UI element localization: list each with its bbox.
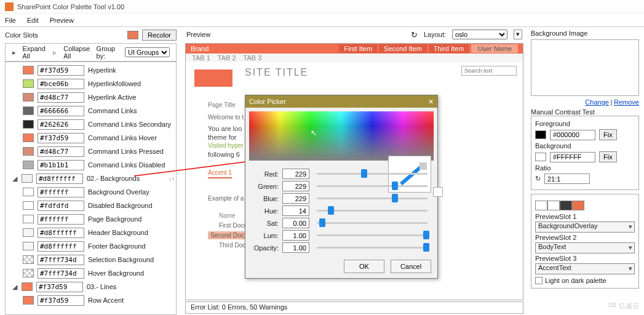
menu-preview[interactable]: Preview <box>50 17 74 24</box>
slot-swatch[interactable] <box>23 269 34 277</box>
slot-hex-input[interactable] <box>38 255 84 265</box>
slot-row[interactable]: Hyperlink <box>7 63 175 77</box>
slot-row[interactable]: Command Links Secondary <box>7 118 175 131</box>
slot-swatch[interactable] <box>23 188 34 196</box>
slot-hex-input[interactable] <box>38 214 84 225</box>
bg-hex-input[interactable] <box>550 152 595 162</box>
channel-slider[interactable] <box>317 173 427 175</box>
menu-file[interactable]: File <box>5 17 16 24</box>
slot-row[interactable]: Hover Background <box>7 266 175 280</box>
group-lines[interactable]: ◢03.- Lines <box>7 280 175 293</box>
picker-ok-button[interactable]: OK <box>344 260 384 273</box>
slot-swatch[interactable] <box>23 161 34 169</box>
palette-swatch[interactable] <box>560 201 572 210</box>
error-list-bar[interactable]: Error List: 0 Errors, 50 Warnings <box>185 301 523 314</box>
channel-input[interactable] <box>282 242 309 253</box>
layout-select[interactable]: oslo <box>452 30 507 39</box>
slot-hex-input[interactable] <box>38 160 84 170</box>
slot-hex-input[interactable] <box>38 133 84 143</box>
mock-user: User Name <box>471 44 518 53</box>
picker-spectrum[interactable]: ↖ <box>249 111 434 161</box>
slot-swatch[interactable] <box>23 147 34 156</box>
recolor-button[interactable]: Recolor <box>142 30 177 41</box>
bg-fix-button[interactable]: Fix <box>599 151 617 162</box>
slot-hex-input[interactable] <box>38 201 84 211</box>
channel-input[interactable] <box>282 193 309 204</box>
slot-swatch[interactable] <box>23 79 34 88</box>
layout-dropdown-extra[interactable]: ▾ <box>514 30 522 39</box>
channel-slider[interactable] <box>317 210 427 212</box>
slot-swatch[interactable] <box>23 242 34 250</box>
palette-swatch[interactable] <box>547 201 560 210</box>
slot-row[interactable]: Hyperlink Active <box>7 90 175 104</box>
channel-input[interactable] <box>282 169 309 179</box>
slot-swatch[interactable] <box>23 296 34 305</box>
picker-close-icon[interactable]: ✕ <box>428 98 434 106</box>
light-dark-checkbox[interactable] <box>535 277 543 284</box>
expand-caret[interactable]: ▸ <box>12 49 17 57</box>
slot-hex-input[interactable] <box>38 106 84 116</box>
slot-row[interactable]: Command Links Hover <box>7 131 175 145</box>
slot-hex-input[interactable] <box>38 146 84 157</box>
slot-row[interactable]: Command Links Pressed <box>7 145 175 158</box>
slot-swatch[interactable] <box>23 201 34 210</box>
slot-row[interactable]: Selection Background <box>7 253 175 266</box>
expand-all[interactable]: Expand All <box>23 45 47 60</box>
fg-swatch[interactable] <box>535 130 546 139</box>
slot-row[interactable]: Background Overlay <box>7 185 175 199</box>
slot-swatch[interactable] <box>23 228 34 237</box>
channel-slider[interactable] <box>317 185 427 187</box>
slot-hex-input[interactable] <box>38 187 84 197</box>
slot-tree[interactable]: HyperlinkHyperlinkfollowedHyperlink Acti… <box>5 62 177 315</box>
channel-input[interactable] <box>282 205 309 216</box>
ratio-refresh-icon[interactable]: ↻ <box>535 175 541 183</box>
slot-swatch[interactable] <box>23 255 34 264</box>
menu-edit[interactable]: Edit <box>27 17 39 24</box>
slot-row[interactable]: Header Background <box>7 226 175 239</box>
palette-swatch[interactable] <box>572 201 584 210</box>
slot-row[interactable]: Hyperlinkfollowed <box>7 77 175 90</box>
slot-hex-input[interactable] <box>38 228 84 238</box>
slot-hex-input[interactable] <box>38 268 84 279</box>
picker-cancel-button[interactable]: Cancel <box>391 260 431 273</box>
remove-link[interactable]: Remove <box>614 98 639 106</box>
channel-slider[interactable] <box>317 247 427 249</box>
slot-swatch[interactable] <box>23 120 34 129</box>
slot-row[interactable]: Page Background <box>7 212 175 226</box>
channel-input[interactable] <box>282 218 309 228</box>
ps3-dropdown[interactable]: AccentText <box>535 263 635 274</box>
slot-swatch[interactable] <box>23 66 34 74</box>
channel-slider[interactable] <box>317 222 427 224</box>
slot-hex-input[interactable] <box>38 65 84 76</box>
slot-hex-input[interactable] <box>38 241 84 252</box>
slot-row[interactable]: Command Links <box>7 104 175 118</box>
slot-swatch[interactable] <box>23 134 34 142</box>
recolor-swatch[interactable] <box>127 31 138 39</box>
channel-slider[interactable] <box>317 234 427 236</box>
collapse-all[interactable]: Collapse All <box>63 45 90 60</box>
slot-swatch[interactable] <box>23 93 34 102</box>
bg-swatch[interactable] <box>535 153 546 161</box>
slot-row[interactable]: Footer Background <box>7 239 175 253</box>
collapse-caret[interactable]: ▹ <box>53 49 58 57</box>
groupby-select[interactable]: UI Groups <box>125 47 170 57</box>
slot-hex-input[interactable] <box>38 79 84 89</box>
slot-swatch[interactable] <box>23 215 34 223</box>
change-link[interactable]: Change <box>585 98 609 106</box>
slot-swatch[interactable] <box>23 106 34 115</box>
ps1-dropdown[interactable]: BackgroundOverlay <box>535 221 635 233</box>
channel-input[interactable] <box>282 230 309 241</box>
ps2-dropdown[interactable]: BodyText <box>535 242 635 253</box>
slot-row[interactable]: Disabled Background <box>7 199 175 212</box>
fg-fix-button[interactable]: Fix <box>599 129 617 140</box>
channel-slider[interactable] <box>317 197 427 199</box>
channel-input[interactable] <box>282 181 309 191</box>
palette-swatch[interactable] <box>535 201 547 210</box>
slot-hex-input[interactable] <box>38 119 84 130</box>
slot-row[interactable]: Row Accent <box>7 293 175 307</box>
fg-hex-input[interactable] <box>550 130 595 140</box>
app-icon <box>5 2 14 11</box>
refresh-icon[interactable]: ↻ <box>411 30 418 39</box>
slot-hex-input[interactable] <box>38 92 84 103</box>
slot-hex-input[interactable] <box>38 295 84 306</box>
